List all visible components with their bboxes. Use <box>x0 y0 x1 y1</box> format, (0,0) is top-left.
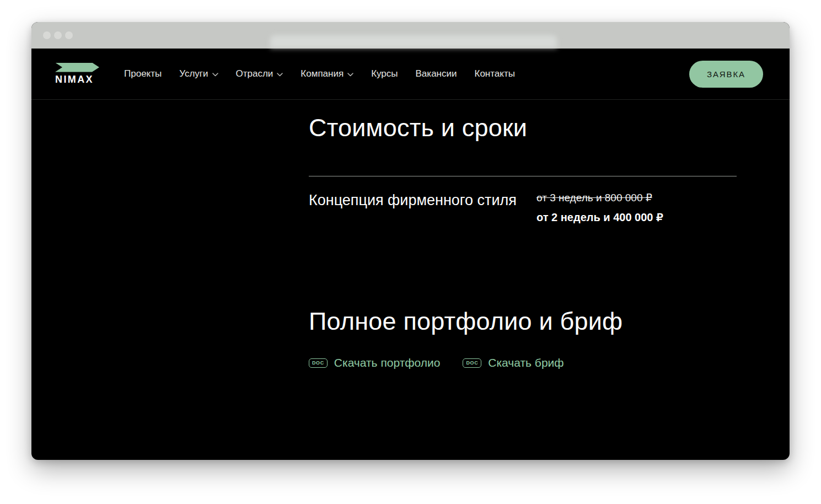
new-price: от 2 недель и 400 000 ₽ <box>536 211 663 224</box>
browser-window: NIMAX Проекты Услуги Отрасли Компания Ку… <box>31 22 790 460</box>
nav-item-label: Услуги <box>179 68 208 79</box>
logo-arrow-icon <box>55 63 99 72</box>
nav-item-industries[interactable]: Отрасли <box>236 68 283 79</box>
nav-item-company[interactable]: Компания <box>301 68 353 79</box>
nimax-logo[interactable]: NIMAX <box>55 63 99 85</box>
nav-item-label: Проекты <box>124 68 162 79</box>
download-portfolio-link[interactable]: DOC Скачать портфолио <box>309 356 440 369</box>
logo-text: NIMAX <box>55 74 99 85</box>
nav-item-label: Отрасли <box>236 68 273 79</box>
service-name: Концепция фирменного стиля <box>309 189 536 224</box>
main-nav: Проекты Услуги Отрасли Компания Курсы Ва… <box>124 68 515 79</box>
chevron-down-icon <box>212 73 218 77</box>
nav-item-label: Контакты <box>474 68 514 79</box>
download-link-label: Скачать бриф <box>488 356 564 369</box>
maximize-window-button[interactable] <box>65 31 73 39</box>
doc-file-icon: DOC <box>463 358 481 368</box>
download-links: DOC Скачать портфолио DOC Скачать бриф <box>309 356 737 369</box>
pricing-section: Стоимость и сроки Концепция фирменного с… <box>309 113 737 224</box>
portfolio-section: Полное портфолио и бриф DOC Скачать порт… <box>309 307 737 369</box>
chevron-down-icon <box>277 73 283 77</box>
doc-file-icon: DOC <box>309 358 328 368</box>
nav-item-courses[interactable]: Курсы <box>371 68 398 79</box>
page-content: Стоимость и сроки Концепция фирменного с… <box>31 100 790 369</box>
nav-item-services[interactable]: Услуги <box>179 68 218 79</box>
request-button[interactable]: ЗАЯВКА <box>689 61 763 88</box>
nav-item-contacts[interactable]: Контакты <box>474 68 514 79</box>
site-header: NIMAX Проекты Услуги Отрасли Компания Ку… <box>31 49 790 100</box>
titlebar-tab-highlight <box>270 35 557 49</box>
price-column: от 3 недель и 800 000 ₽ от 2 недель и 40… <box>536 189 663 224</box>
download-link-label: Скачать портфолио <box>334 356 441 369</box>
window-controls <box>43 31 73 39</box>
nav-item-vacancies[interactable]: Вакансии <box>416 68 457 79</box>
window-titlebar[interactable] <box>31 22 790 49</box>
nav-item-label: Вакансии <box>416 68 457 79</box>
close-window-button[interactable] <box>43 31 51 39</box>
download-brief-link[interactable]: DOC Скачать бриф <box>463 356 564 369</box>
pricing-divider <box>309 176 737 176</box>
pricing-title: Стоимость и сроки <box>309 113 737 142</box>
nav-item-projects[interactable]: Проекты <box>124 68 162 79</box>
nav-item-label: Курсы <box>371 68 398 79</box>
portfolio-title: Полное портфолио и бриф <box>309 307 737 336</box>
minimize-window-button[interactable] <box>54 31 62 39</box>
nav-item-label: Компания <box>301 68 344 79</box>
chevron-down-icon <box>347 73 353 77</box>
old-price: от 3 недель и 800 000 ₽ <box>536 191 663 204</box>
pricing-row: Концепция фирменного стиля от 3 недель и… <box>309 189 737 224</box>
